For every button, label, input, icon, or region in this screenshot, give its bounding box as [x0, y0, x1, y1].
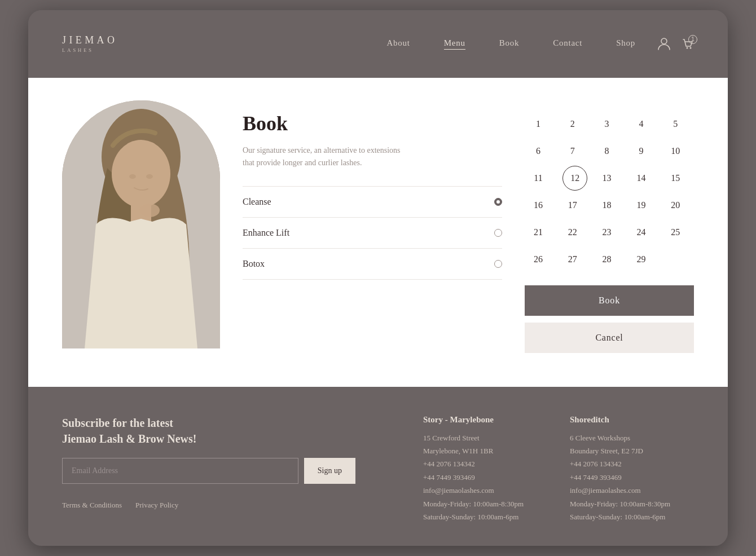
nav-book[interactable]: Book	[499, 38, 520, 50]
location-hours1-2: Monday-Friday: 10:00am-8:30pm	[570, 497, 694, 510]
cal-day-17[interactable]: 17	[559, 193, 586, 218]
location-title-1: Story - Marylebone	[423, 415, 547, 425]
location-details-2: 6 Cleeve Workshops Boundary Street, E2 7…	[570, 431, 694, 524]
nav-about[interactable]: About	[386, 38, 410, 50]
svg-point-5	[112, 140, 170, 208]
svg-point-0	[661, 38, 667, 44]
email-form: Sign up	[62, 458, 355, 484]
cal-day-25[interactable]: 25	[662, 220, 689, 245]
privacy-link[interactable]: Privacy Policy	[135, 501, 178, 510]
location-phone2-2: +44 7449 393469	[570, 471, 694, 484]
footer-links: Terms & Conditions Privacy Policy	[62, 501, 355, 510]
cal-day-29[interactable]: 29	[627, 247, 654, 272]
location-details-1: 15 Crewford Street Marylebone, W1H 1BR +…	[423, 431, 547, 524]
header: JIEMAO LASHES About Menu Book Contact Sh…	[28, 10, 728, 78]
signup-button[interactable]: Sign up	[304, 458, 355, 484]
location-phone1-1: +44 2076 134342	[423, 457, 547, 470]
cal-day-5[interactable]: 5	[662, 112, 689, 136]
svg-point-1	[687, 47, 688, 48]
calendar-section: 1234567891011121314151617181920212223242…	[525, 100, 694, 353]
cal-day-26[interactable]: 26	[525, 247, 552, 272]
cal-day-28[interactable]: 28	[594, 247, 621, 272]
cal-day-20[interactable]: 20	[662, 193, 689, 218]
image-section	[62, 100, 220, 348]
location-email-1: info@jiemaolashes.com	[423, 484, 547, 497]
cal-day-23[interactable]: 23	[594, 220, 621, 245]
cal-day-10[interactable]: 10	[662, 139, 689, 164]
cancel-button[interactable]: Cancel	[525, 323, 694, 353]
service-item-botox[interactable]: Botox	[243, 249, 502, 280]
book-button[interactable]: Book	[525, 285, 694, 316]
cal-day-16[interactable]: 16	[525, 193, 552, 218]
service-radio-enhance[interactable]	[494, 229, 502, 237]
svg-point-9	[139, 204, 160, 217]
service-name-enhance: Enhance Lift	[243, 228, 289, 238]
brand-name: JIEMAO	[62, 34, 117, 46]
location-city-1: Marylebone, W1H 1BR	[423, 444, 547, 457]
subscribe-title: Subscribe for the latestJiemao Lash & Br…	[62, 415, 355, 447]
cal-day-24[interactable]: 24	[627, 220, 654, 245]
svg-point-8	[146, 174, 153, 179]
cal-day-27[interactable]: 27	[559, 247, 586, 272]
main-content: Book Our signature service, an alternati…	[28, 78, 728, 387]
cal-day-3[interactable]: 3	[594, 112, 621, 136]
cal-day-12[interactable]: 12	[562, 166, 587, 191]
cal-day-22[interactable]: 22	[559, 220, 586, 245]
location-address-1: 15 Crewford Street	[423, 431, 547, 444]
service-name-cleanse: Cleanse	[243, 197, 271, 207]
location-city-2: Boundary Street, E2 7JD	[570, 444, 694, 457]
location-phone1-2: +44 2076 134342	[570, 457, 694, 470]
service-item-cleanse[interactable]: Cleanse	[243, 187, 502, 218]
cal-day-11[interactable]: 11	[525, 166, 552, 191]
cal-day-19[interactable]: 19	[627, 193, 654, 218]
service-radio-botox[interactable]	[494, 260, 502, 268]
cal-day-13[interactable]: 13	[594, 166, 621, 191]
cal-day-7[interactable]: 7	[559, 139, 586, 164]
logo: JIEMAO LASHES	[62, 34, 117, 53]
location-hours2-1: Saturday-Sunday: 10:00am-6pm	[423, 510, 547, 523]
main-nav: About Menu Book Contact Shop	[386, 38, 635, 50]
cal-day-2[interactable]: 2	[559, 112, 586, 136]
svg-point-7	[129, 174, 136, 179]
book-title: Book	[243, 112, 502, 135]
cal-day-8[interactable]: 8	[594, 139, 621, 164]
service-radio-cleanse[interactable]	[494, 198, 502, 206]
location-email-2: info@jiemaolashes.com	[570, 484, 694, 497]
cal-day-18[interactable]: 18	[594, 193, 621, 218]
service-list: Cleanse Enhance Lift Botox	[243, 186, 502, 280]
nav-menu[interactable]: Menu	[444, 38, 465, 50]
portrait-image	[62, 100, 220, 348]
device-frame: JIEMAO LASHES About Menu Book Contact Sh…	[28, 10, 728, 546]
cart-icon-button[interactable]: 1	[682, 37, 694, 51]
book-section: Book Our signature service, an alternati…	[243, 100, 502, 280]
calendar-grid: 1234567891011121314151617181920212223242…	[525, 112, 694, 272]
portrait-container	[62, 100, 220, 348]
footer-location-marylebone: Story - Marylebone 15 Crewford Street Ma…	[423, 415, 547, 524]
nav-contact[interactable]: Contact	[553, 38, 582, 50]
location-phone2-1: +44 7449 393469	[423, 471, 547, 484]
footer-location-shoreditch: Shoreditch 6 Cleeve Workshops Boundary S…	[570, 415, 694, 524]
nav-shop[interactable]: Shop	[616, 38, 635, 50]
cal-day-15[interactable]: 15	[662, 166, 689, 191]
cal-day-6[interactable]: 6	[525, 139, 552, 164]
footer: Subscribe for the latestJiemao Lash & Br…	[28, 387, 728, 546]
book-description: Our signature service, an alternative to…	[243, 144, 401, 170]
cal-day-1[interactable]: 1	[525, 112, 552, 136]
location-hours1-1: Monday-Friday: 10:00am-8:30pm	[423, 497, 547, 510]
cal-day-4[interactable]: 4	[627, 112, 654, 136]
footer-left: Subscribe for the latestJiemao Lash & Br…	[62, 415, 355, 510]
cal-day-21[interactable]: 21	[525, 220, 552, 245]
service-item-enhance[interactable]: Enhance Lift	[243, 218, 502, 249]
header-icons: 1	[658, 37, 694, 51]
svg-point-2	[690, 47, 692, 48]
email-input[interactable]	[62, 458, 298, 484]
user-icon-button[interactable]	[658, 37, 670, 51]
cal-day-14[interactable]: 14	[627, 166, 654, 191]
service-name-botox: Botox	[243, 259, 265, 269]
terms-link[interactable]: Terms & Conditions	[62, 501, 122, 510]
cart-count: 1	[688, 35, 697, 44]
location-hours2-2: Saturday-Sunday: 10:00am-6pm	[570, 510, 694, 523]
location-title-2: Shoreditch	[570, 415, 694, 425]
brand-sub: LASHES	[62, 47, 94, 53]
cal-day-9[interactable]: 9	[627, 139, 654, 164]
